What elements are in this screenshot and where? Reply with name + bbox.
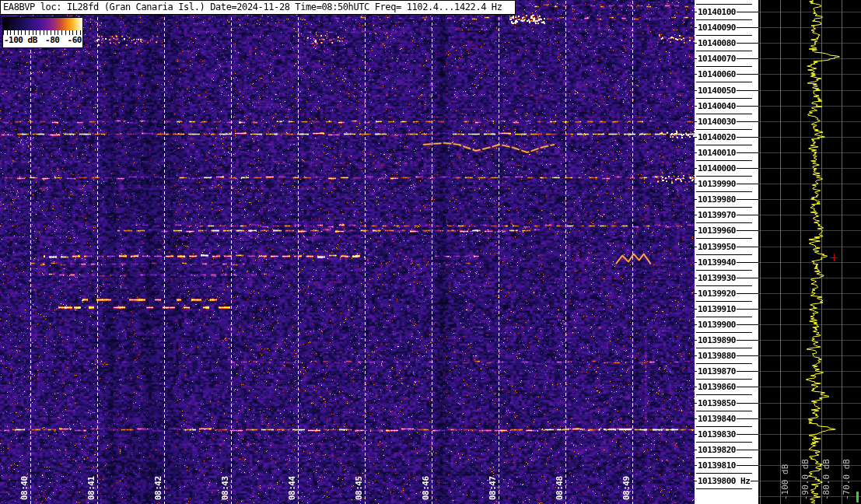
- freq-minor-tick: [696, 207, 752, 208]
- freq-minor-tick: [696, 160, 752, 161]
- freq-tick-line: [751, 481, 758, 481]
- freq-tick-line: [737, 324, 758, 325]
- legend-label-max: -60: [68, 35, 82, 46]
- freq-scale-label: 10140100: [695, 5, 758, 18]
- freq-scale-label: 10140000: [695, 162, 758, 174]
- freq-tick-line: [737, 465, 758, 466]
- freq-minor-tick: [696, 4, 752, 5]
- freq-minor-tick: [696, 317, 752, 317]
- freq-minor-tick: [696, 145, 752, 145]
- freq-tick-line: [737, 121, 758, 122]
- freq-scale-label: 10139850: [695, 397, 758, 409]
- freq-tick-line: [737, 293, 758, 294]
- freq-tick-line: [737, 418, 758, 419]
- freq-scale-label: 10139880: [695, 349, 758, 362]
- freq-minor-tick: [696, 394, 752, 395]
- freq-tick-line: [737, 450, 758, 450]
- freq-scale-label: 10140040: [695, 100, 758, 112]
- freq-tick-line: [737, 215, 758, 215]
- freq-tick-line: [737, 247, 758, 247]
- freq-scale-label: 10139960: [695, 224, 758, 236]
- freq-tick-line: [737, 43, 758, 44]
- freq-tick-line: [737, 403, 758, 404]
- freq-scale-label: 10139930: [695, 271, 758, 284]
- freq-scale-label: 10139840: [695, 412, 758, 425]
- legend-label-min: -100 dB: [4, 35, 37, 46]
- freq-tick-line: [737, 184, 758, 184]
- freq-tick-line: [737, 58, 758, 59]
- freq-scale-label: 10140090: [695, 21, 758, 33]
- freq-minor-tick: [696, 35, 752, 36]
- freq-scale-label: 10139820: [695, 443, 758, 456]
- freq-minor-tick: [696, 348, 752, 348]
- freq-tick-line: [737, 434, 758, 435]
- freq-scale-label: 10139970: [695, 208, 758, 221]
- freq-scale-label: 10139990: [695, 177, 758, 190]
- legend-labels: -100 dB -80 -60: [3, 35, 82, 46]
- freq-scale-label: 10140010: [695, 146, 758, 159]
- freq-scale-label: 10139870: [695, 365, 758, 377]
- color-gradient-bar: [3, 18, 82, 30]
- freq-scale-label: 10140060: [695, 68, 758, 80]
- freq-minor-tick: [696, 473, 752, 474]
- freq-minor-tick: [696, 332, 752, 333]
- freq-tick-line: [737, 137, 758, 138]
- freq-scale-label: 10139900: [695, 318, 758, 331]
- freq-minor-tick: [696, 411, 752, 411]
- freq-tick-line: [737, 387, 758, 387]
- freq-minor-tick: [696, 363, 752, 364]
- freq-tick-line: [737, 27, 758, 28]
- freq-tick-line: [737, 168, 758, 169]
- freq-minor-tick: [696, 191, 752, 192]
- freq-minor-tick: [696, 442, 752, 443]
- freq-minor-tick: [696, 488, 752, 489]
- waterfall-spectrogram-canvas: [0, 0, 695, 504]
- freq-minor-tick: [696, 114, 752, 114]
- freq-minor-tick: [696, 379, 752, 380]
- color-scale-legend: -100 dB -80 -60: [2, 17, 83, 48]
- freq-tick-line: [737, 355, 758, 356]
- freq-scale-label: 10140080: [695, 37, 758, 49]
- freq-scale-label: 10139980: [695, 193, 758, 205]
- freq-minor-tick: [696, 19, 752, 20]
- freq-scale-label: 10139920: [695, 287, 758, 299]
- freq-tick-line: [737, 230, 758, 231]
- freq-minor-tick: [696, 222, 752, 223]
- freq-scale-label: 10140030: [695, 115, 758, 128]
- freq-tick-line: [737, 106, 758, 107]
- freq-tick-line: [737, 199, 758, 200]
- frequency-scale: 1014010010140090101400801014007010140060…: [695, 0, 758, 504]
- freq-minor-tick: [696, 176, 752, 177]
- freq-minor-tick: [696, 238, 752, 239]
- freq-tick-line: [737, 278, 758, 278]
- freq-tick-line: [737, 12, 758, 12]
- freq-tick-line: [737, 152, 758, 153]
- freq-minor-tick: [696, 426, 752, 427]
- freq-minor-tick: [696, 66, 752, 67]
- freq-scale-label: 10139950: [695, 240, 758, 253]
- freq-tick-line: [737, 309, 758, 310]
- freq-minor-tick: [696, 285, 752, 286]
- freq-minor-tick: [696, 301, 752, 302]
- freq-scale-label: 10139810: [695, 459, 758, 471]
- freq-scale-label: 10139890: [695, 334, 758, 346]
- freq-minor-tick: [696, 457, 752, 458]
- title-bar: EA8BVP loc: IL28fd (Gran Canaria Isl.) D…: [0, 0, 516, 15]
- freq-minor-tick: [696, 98, 752, 99]
- freq-tick-line: [737, 340, 758, 341]
- freq-scale-label: 10139800 Hz: [695, 474, 758, 487]
- freq-scale-label: 10139830: [695, 428, 758, 440]
- freq-minor-tick: [696, 51, 752, 51]
- freq-minor-tick: [696, 270, 752, 271]
- freq-scale-label: 10140020: [695, 131, 758, 143]
- freq-scale-label: 10139860: [695, 380, 758, 393]
- freq-minor-tick: [696, 254, 752, 255]
- freq-scale-label: 10139910: [695, 303, 758, 315]
- freq-scale-label: 10140070: [695, 52, 758, 65]
- freq-scale-label: 10140050: [695, 84, 758, 96]
- freq-scale-label: 10139940: [695, 256, 758, 268]
- spectrum-panel-canvas: [758, 0, 861, 504]
- freq-tick-line: [737, 90, 758, 91]
- grabber-screen: 08:4008:4108:4208:4308:4408:4508:4608:47…: [0, 0, 861, 504]
- freq-minor-tick: [696, 82, 752, 82]
